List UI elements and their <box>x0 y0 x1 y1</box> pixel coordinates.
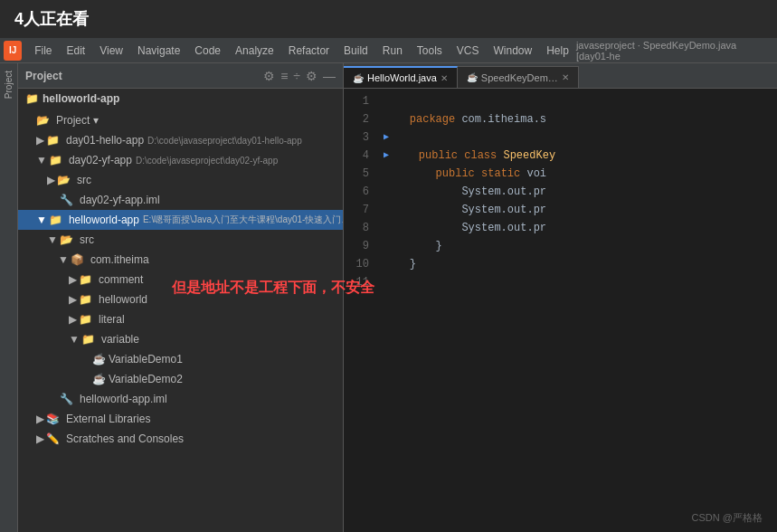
tab-label-helloworld: HelloWorld.java <box>367 72 437 83</box>
minimize-icon[interactable]: — <box>323 69 336 83</box>
kw-public-4: public <box>393 147 458 165</box>
code-line-7: System.out.pr <box>384 201 770 219</box>
menu-tools[interactable]: Tools <box>410 43 450 59</box>
menu-refactor[interactable]: Refactor <box>281 43 336 59</box>
split-icon[interactable]: ÷ <box>293 69 300 83</box>
iml-icon-day02: 🔧 <box>60 194 73 206</box>
tree-item-day02[interactable]: ▼ 📁 day02-yf-app D:\code\javaseproject\d… <box>18 150 343 170</box>
tree-item-day02-src[interactable]: ▶ 📂 src <box>18 170 343 190</box>
src-folder-icon: 📂 <box>57 174 71 186</box>
code-line-2: package com.itheima.s <box>384 110 770 128</box>
settings-icon[interactable]: ⚙ <box>306 69 317 83</box>
code-line-4: ▶ public class SpeedKey <box>384 147 770 165</box>
editor-tab-bar: ☕ HelloWorld.java ✕ ☕ SpeedKeyDem… ✕ <box>344 63 777 89</box>
tree-item-scratches[interactable]: ▶ ✏️ Scratches and Consoles <box>18 429 343 449</box>
list-icon[interactable]: ≡ <box>280 69 288 83</box>
code-sysout-7: System.out.pr <box>384 201 546 219</box>
arrow-down-icon-ci: ▼ <box>58 253 69 266</box>
tree-item-com-itheima[interactable]: ▼ 📦 com.itheima <box>18 250 343 270</box>
code-sysout-8: System.out.pr <box>384 219 546 237</box>
code-line-11 <box>384 273 770 291</box>
tree-label-day01: day01-hello-app <box>66 134 144 147</box>
code-line-8: System.out.pr <box>384 219 770 237</box>
folder-icon-variable: 📁 <box>81 333 95 346</box>
tree-item-day01[interactable]: ▶ 📁 day01-hello-app D:\code\javaseprojec… <box>18 130 343 150</box>
tree-item-helloworld-pkg[interactable]: ▶ 📁 helloworld <box>18 290 343 309</box>
project-root-label[interactable]: 📁 helloworld-app <box>18 89 343 109</box>
tree-item-project[interactable]: 📂 Project ▾ <box>18 110 343 130</box>
tree-item-hw-src[interactable]: ▼ 📂 src <box>18 230 343 250</box>
java-tab-icon-sk: ☕ <box>467 72 478 82</box>
menu-code[interactable]: Code <box>187 43 228 59</box>
app-logo: IJ <box>4 41 22 61</box>
code-area[interactable]: package com.itheima.s ▶ ▶ public class S… <box>376 89 777 532</box>
folder-icon-day01: 📁 <box>46 134 60 147</box>
project-panel-title: Project <box>25 70 62 82</box>
kw-static-5: static <box>475 165 520 183</box>
tab-close-hw[interactable]: ✕ <box>441 73 448 83</box>
kw-classname-4: SpeedKey <box>497 147 555 165</box>
arrow-down-icon: ▼ <box>36 154 47 166</box>
arrow-down-icon-var: ▼ <box>69 333 80 346</box>
menu-run[interactable]: Run <box>375 43 410 59</box>
code-package-path: com.itheima.s <box>455 110 546 128</box>
tree-item-variabledemo2[interactable]: ☕ VariableDemo2 <box>18 369 343 389</box>
tree-item-variable[interactable]: ▼ 📁 variable <box>18 329 343 349</box>
tree-item-variabledemo1[interactable]: ☕ VariableDemo1 <box>18 349 343 369</box>
menu-view[interactable]: View <box>92 43 130 59</box>
tree-item-day02-iml[interactable]: 🔧 day02-yf-app.iml <box>18 190 343 210</box>
code-line-6: System.out.pr <box>384 183 770 201</box>
project-header-icons: ⚙ ≡ ÷ ⚙ — <box>263 69 336 83</box>
folder-icon-literal: 📁 <box>79 313 92 326</box>
menu-bar: IJ File Edit View Navigate Code Analyze … <box>0 38 777 63</box>
sidebar-tab[interactable]: Project <box>0 63 18 532</box>
editor-content: 1 2 3 4 5 6 7 8 9 10 11 package com.ithe… <box>344 89 777 532</box>
tree-label-src: src <box>77 174 91 186</box>
project-tree: 📂 Project ▾ ▶ 📁 day01-hello-app D:\code\… <box>18 109 343 532</box>
project-tab-label[interactable]: Project <box>2 67 15 102</box>
menu-window[interactable]: Window <box>487 43 540 59</box>
tab-helloworld[interactable]: ☕ HelloWorld.java ✕ <box>344 66 458 88</box>
arrow-right-icon-comment: ▶ <box>69 273 77 286</box>
arrow-icon-3: ▶ <box>384 128 389 147</box>
code-line-10: } <box>384 255 770 273</box>
tree-item-hw-iml[interactable]: 🔧 helloworld-app.iml <box>18 389 343 409</box>
arrow-right-icon-hw: ▶ <box>69 293 77 306</box>
editor-panel: ☕ HelloWorld.java ✕ ☕ SpeedKeyDem… ✕ 1 2… <box>344 63 777 532</box>
menu-navigate[interactable]: Navigate <box>130 43 187 59</box>
arrow-right-icon: ▶ <box>36 134 44 147</box>
project-panel-header: Project ⚙ ≡ ÷ ⚙ — <box>18 63 343 89</box>
tree-label-vd2: VariableDemo2 <box>109 373 183 385</box>
kw-public-5: public <box>384 165 475 183</box>
arrow-down-icon-src2: ▼ <box>47 233 58 246</box>
tree-path-day01: D:\code\javaseproject\day01-hello-app <box>147 136 302 146</box>
code-brace-9: } <box>384 237 442 255</box>
code-line-5: public static voi <box>384 165 770 183</box>
java-tab-icon-hw: ☕ <box>353 73 364 83</box>
tree-item-helloworld[interactable]: ▼ 📁 helloworld-app E:\嗯哥面授\Java入门至大牛课程\d… <box>18 210 343 230</box>
watermark: CSDN @严格格 <box>692 511 763 525</box>
tree-item-ext-libs[interactable]: ▶ 📚 External Libraries <box>18 409 343 429</box>
menu-edit[interactable]: Edit <box>60 43 93 59</box>
tree-item-comment[interactable]: ▶ 📁 comment <box>18 270 343 290</box>
tree-item-literal[interactable]: ▶ 📁 literal <box>18 309 343 329</box>
menu-help[interactable]: Help <box>539 43 576 59</box>
tree-label-hw-src: src <box>80 233 94 246</box>
breadcrumb-path: javaseproject · SpeedKeyDemo.java [day01… <box>576 40 773 62</box>
viewer-count-text: 4人正在看 <box>14 8 89 30</box>
gear-icon[interactable]: ⚙ <box>263 69 275 83</box>
tab-label-speedkey: SpeedKeyDem… <box>481 72 558 83</box>
tab-speedkey[interactable]: ☕ SpeedKeyDem… ✕ <box>458 66 579 88</box>
code-brace-10: } <box>384 255 416 273</box>
kw-package: package <box>384 110 455 128</box>
arrow-right-icon-scratch: ▶ <box>36 432 44 445</box>
menu-analyze[interactable]: Analyze <box>228 43 281 59</box>
menu-file[interactable]: File <box>27 43 59 59</box>
tree-label-com-itheima: com.itheima <box>90 253 149 266</box>
arrow-right-icon-src: ▶ <box>47 174 55 186</box>
tab-close-sk[interactable]: ✕ <box>562 72 569 82</box>
tree-label-day02: day02-yf-app <box>69 154 132 166</box>
arrow-icon-4: ▶ <box>384 147 389 165</box>
menu-build[interactable]: Build <box>336 43 375 59</box>
menu-vcs[interactable]: VCS <box>450 43 487 59</box>
